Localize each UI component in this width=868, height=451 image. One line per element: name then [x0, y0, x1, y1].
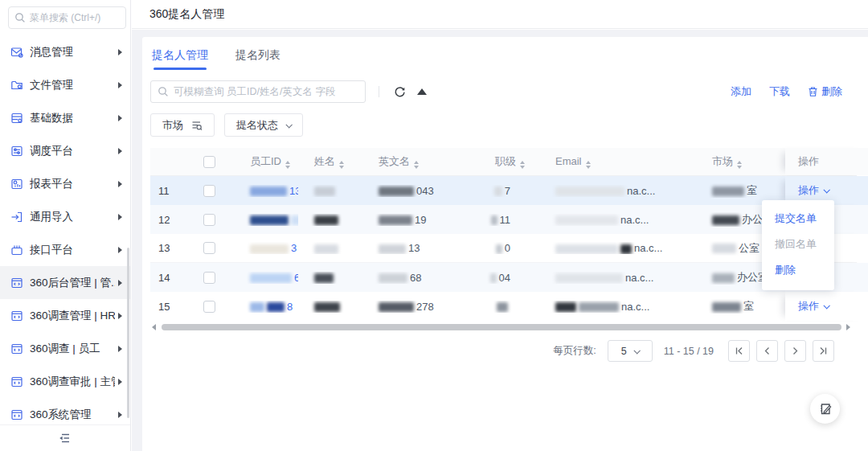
scrollbar-thumb[interactable]	[162, 324, 841, 330]
sidebar-item-8[interactable]: 360调查管理 | HR	[0, 299, 130, 332]
sidebar-item-label: 调度平台	[30, 144, 115, 158]
first-page-button[interactable]	[728, 340, 750, 362]
market-cell: 室	[689, 299, 785, 314]
email-cell: na.c...	[536, 272, 689, 284]
table-search-input[interactable]	[150, 80, 366, 103]
chevron-down-icon	[823, 187, 829, 193]
employee-id-cell[interactable]: 13	[227, 185, 298, 197]
delete-button[interactable]: 删除	[808, 84, 842, 99]
employee-id-link[interactable]: 13	[289, 185, 298, 197]
redacted-text	[314, 215, 338, 225]
row-checkbox[interactable]	[203, 185, 215, 197]
english-name-cell: 278	[362, 301, 457, 313]
english-name-cell: 68	[362, 272, 457, 284]
sidebar-item-label: 360调查审批 | 主管	[30, 375, 115, 389]
prev-page-button[interactable]	[756, 340, 778, 362]
download-button[interactable]: 下载	[769, 84, 790, 99]
row-checkbox[interactable]	[203, 301, 215, 313]
filter-nomination-status[interactable]: 提名状态	[224, 113, 303, 137]
sidebar-item-5[interactable]: 通用导入	[0, 200, 130, 233]
filter-bar: 市场 提名状态	[150, 113, 857, 137]
sidebar-item-4[interactable]: 报表平台	[0, 167, 130, 200]
select-all-checkbox[interactable]	[203, 156, 215, 168]
redacted-text	[497, 302, 508, 312]
sidebar-scrollbar[interactable]	[127, 248, 129, 418]
tab-nomination-list[interactable]: 提名列表	[235, 48, 280, 70]
name-cell	[298, 272, 362, 284]
employee-id-cell[interactable]: 3	[227, 242, 298, 254]
sidebar-search-input[interactable]	[8, 6, 126, 29]
nominee-table: 员工ID 姓名 英文名 职级 Email 市场 操作 11130437na.c.…	[150, 148, 857, 321]
tab-bar: 提名人管理 提名列表	[150, 48, 857, 70]
sidebar-collapse-button[interactable]	[0, 424, 130, 451]
level-cell: 11	[457, 214, 536, 226]
import-icon	[10, 211, 23, 223]
sidebar-item-9[interactable]: 360调查 | 员工	[0, 332, 130, 365]
employee-id-cell[interactable]: 68	[227, 272, 298, 284]
row-checkbox[interactable]	[203, 272, 215, 284]
sidebar-item-7[interactable]: 360后台管理 | 管...	[0, 266, 130, 299]
sidebar-item-2[interactable]: 基础数据	[0, 101, 130, 134]
divider	[379, 86, 379, 97]
redacted-text	[314, 302, 340, 312]
sidebar-item-3[interactable]: 调度平台	[0, 134, 130, 167]
submenu-arrow-icon	[118, 214, 122, 220]
next-page-button[interactable]	[784, 340, 806, 362]
window-code-icon	[10, 342, 23, 355]
col-header-action: 操作	[785, 148, 868, 175]
sidebar-item-label: 报表平台	[30, 177, 115, 191]
refresh-icon	[394, 86, 406, 98]
row-checkbox[interactable]	[203, 242, 215, 254]
col-header-market[interactable]: 市场	[689, 154, 785, 169]
sidebar-item-6[interactable]: 接口平台	[0, 233, 130, 266]
sidebar-item-label: 360系统管理	[30, 408, 115, 422]
menu-fold-icon	[59, 433, 72, 444]
employee-id-cell[interactable]: 2	[227, 214, 298, 226]
action-menu-item-1: 撤回名单	[762, 232, 834, 257]
col-header-email[interactable]: Email	[536, 155, 689, 169]
rows-per-page-select[interactable]: 5	[608, 340, 653, 362]
content-card: 提名人管理 提名列表 添加 下载 删除	[142, 37, 868, 451]
level-cell: 7	[457, 185, 536, 197]
collapse-panel-icon[interactable]	[417, 88, 427, 95]
sidebar-item-label: 文件管理	[30, 78, 115, 92]
sidebar-item-1[interactable]: 文件管理	[0, 68, 130, 101]
action-menu-item-0[interactable]: 提交名单	[762, 206, 834, 232]
page-range: 11 - 15 / 19	[664, 346, 714, 357]
employee-id-link[interactable]: 8	[287, 301, 293, 313]
scroll-left-arrow[interactable]	[152, 324, 156, 330]
col-header-english-name[interactable]: 英文名	[362, 154, 457, 169]
table-row-13: 133130na.c...公室操作	[150, 234, 857, 263]
add-button[interactable]: 添加	[731, 84, 751, 99]
col-header-employee-id[interactable]: 员工ID	[227, 154, 298, 169]
feedback-edit-button[interactable]	[810, 394, 840, 424]
filter-market[interactable]: 市场	[150, 113, 215, 137]
action-menu-item-2[interactable]: 删除	[762, 257, 834, 283]
main-content: 提名人管理 提名列表 添加 下载 删除	[132, 30, 868, 451]
chevron-down-icon	[633, 347, 640, 354]
sidebar-item-label: 消息管理	[30, 45, 115, 59]
redacted-text	[555, 215, 618, 225]
last-page-button[interactable]	[813, 340, 834, 362]
sidebar-item-label: 接口平台	[30, 243, 115, 257]
col-header-level[interactable]: 职级	[457, 154, 536, 169]
row-checkbox[interactable]	[203, 214, 215, 226]
scroll-right-arrow[interactable]	[846, 324, 850, 330]
tab-nominee-management[interactable]: 提名人管理	[152, 48, 208, 70]
row-action-button[interactable]: 操作	[798, 299, 829, 314]
row-action-button[interactable]: 操作	[798, 183, 829, 198]
submenu-arrow-icon	[118, 379, 122, 385]
employee-id-cell[interactable]: 8	[227, 301, 298, 313]
redacted-text	[250, 187, 287, 196]
redacted-text	[712, 244, 736, 253]
refresh-button[interactable]	[391, 83, 409, 101]
redacted-text	[314, 244, 338, 254]
submenu-arrow-icon	[118, 412, 122, 418]
sidebar-item-0[interactable]: 消息管理	[0, 35, 130, 68]
submenu-arrow-icon	[118, 82, 122, 88]
mail-icon	[10, 46, 23, 59]
topbar: 360提名人管理	[132, 0, 868, 29]
col-header-name[interactable]: 姓名	[298, 154, 362, 169]
sidebar-item-10[interactable]: 360调查审批 | 主管	[0, 365, 130, 398]
employee-id-link[interactable]: 3	[291, 242, 297, 254]
